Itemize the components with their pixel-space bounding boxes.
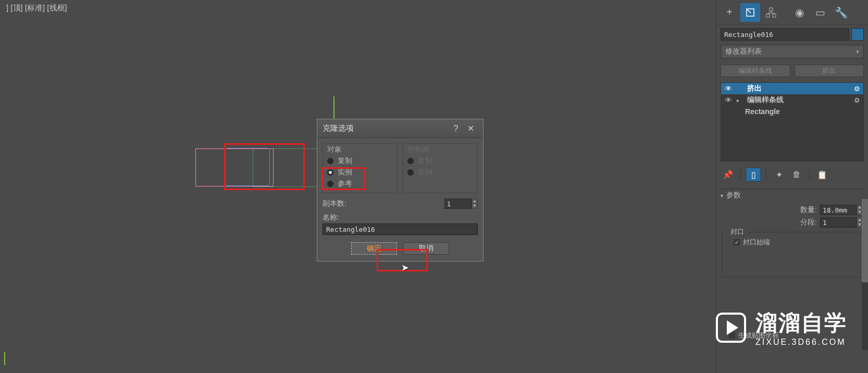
radio-copy[interactable]: 复制 [327,155,393,167]
stack-item-base[interactable]: Rectangle [721,106,863,117]
cancel-button[interactable]: 取消 [403,242,449,255]
cap-fieldset: 封口 封口始端 [722,232,863,278]
object-legend: 对象 [327,145,393,154]
object-name-input[interactable] [721,28,849,41]
cap-start-row[interactable]: 封口始端 [725,237,859,248]
checkbox-icon[interactable] [729,332,735,339]
radio-instance[interactable]: 实例 [327,167,393,178]
chevron-down-icon: ▼ [855,49,860,55]
scrollbar-thumb[interactable] [862,199,868,282]
dialog-title: 克隆选项 [323,123,449,133]
motion-tab-icon[interactable]: ◉ [789,3,809,22]
quick-extrude-button[interactable]: 挤出 [795,65,864,77]
ok-button[interactable]: 确定 [351,242,397,255]
eye-icon[interactable]: 👁 [724,96,733,104]
name-input[interactable] [323,223,478,235]
svg-rect-1 [770,8,773,11]
pin-stack-icon[interactable]: 📌 [721,168,735,181]
copies-spinner[interactable]: ▲▼ [444,198,478,209]
panel-drag-handle[interactable]: : : : : : : : : : : [716,184,868,189]
axis-gizmo-corner [4,344,25,365]
object-group: 对象 复制 实例 参考 [323,143,398,193]
dialog-titlebar[interactable]: 克隆选项 ? ✕ [317,119,483,138]
checkbox-icon[interactable] [734,239,740,245]
stack-item-edit-spline[interactable]: 👁▸ 编辑样条线 ⚙ [721,94,863,106]
stack-tools: 📌 ▯ ✦ 🗑 📋 [721,168,864,181]
make-unique-icon[interactable]: ✦ [772,168,786,181]
svg-rect-2 [766,14,770,17]
display-tab-icon[interactable]: ▭ [810,3,830,22]
clone-options-dialog: 克隆选项 ? ✕ 对象 复制 实例 参考 控制器 复制 实例 副本数: ▲▼ 名… [317,119,483,262]
svg-rect-3 [773,14,776,17]
object-color-swatch[interactable] [851,28,864,41]
segments-label: 分段: [800,218,817,227]
amount-label: 数量: [800,205,817,215]
create-tab-icon[interactable]: + [720,3,739,22]
modifier-stack[interactable]: 👁 挤出 ⚙ 👁▸ 编辑样条线 ⚙ Rectangle [721,82,864,161]
modifier-list-dropdown[interactable]: 修改器列表 ▼ [721,45,864,58]
delete-modifier-icon[interactable]: 🗑 [789,168,804,181]
configure-sets-icon[interactable]: 📋 [815,168,829,181]
segments-spinner[interactable]: ▲▼ [820,217,863,228]
parameters-rollout: ▾参数 数量: ▲▼ 分段: ▲▼ 封口 封口始端 生成贴图坐标 [721,189,864,341]
gear-icon[interactable]: ⚙ [854,85,860,93]
gen-uv-row[interactable]: 生成贴图坐标 [721,330,864,341]
copies-input[interactable] [444,198,472,209]
segments-input[interactable] [820,217,857,228]
show-end-result-icon[interactable]: ▯ [746,168,761,181]
amount-input[interactable] [820,205,857,215]
stack-item-extrude[interactable]: 👁 挤出 ⚙ [721,83,863,94]
help-icon[interactable]: ? [449,124,463,133]
expand-icon[interactable]: ▸ [737,97,743,103]
cap-legend: 封口 [727,227,747,237]
name-label: 名称: [323,213,478,222]
command-panel: + ◉ ▭ 🔧 修改器列表 ▼ 编辑样条线 挤出 👁 挤出 ⚙ 👁▸ 编辑样条线… [716,0,868,373]
chevron-down-icon: ▾ [721,193,723,198]
modifier-list-label: 修改器列表 [725,47,762,56]
radio-reference[interactable]: 参考 [327,178,393,190]
viewport-label[interactable]: ] [顶] [标准] [线框] [6,3,67,13]
modify-tab-icon[interactable] [740,3,760,22]
quick-edit-spline-button[interactable]: 编辑样条线 [721,65,790,77]
rollout-header[interactable]: ▾参数 [721,189,864,202]
hierarchy-tab-icon[interactable] [761,3,781,22]
utilities-tab-icon[interactable]: 🔧 [831,3,851,22]
panel-tabs: + ◉ ▭ 🔧 [716,0,868,25]
controller-legend: 控制器 [407,145,473,154]
copies-label: 副本数: [323,199,439,208]
close-icon[interactable]: ✕ [463,123,478,133]
panel-scrollbar[interactable] [862,199,868,350]
gear-icon[interactable]: ⚙ [854,96,860,104]
amount-spinner[interactable]: ▲▼ [820,205,863,215]
controller-group: 控制器 复制 实例 [403,143,478,193]
eye-icon[interactable]: 👁 [724,84,733,93]
ctrl-radio-instance: 实例 [407,167,473,178]
ctrl-radio-copy: 复制 [407,155,473,167]
